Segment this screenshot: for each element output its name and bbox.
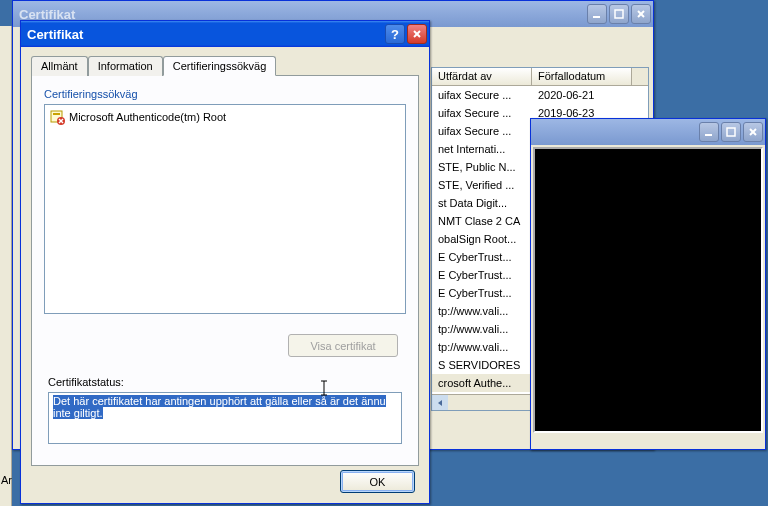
cell-issuer: uifax Secure ... xyxy=(432,89,532,101)
cell-issuer: NMT Clase 2 CA xyxy=(432,215,532,227)
tab-panel: Certifieringssökväg Microsoft Authentico… xyxy=(31,76,419,466)
close-button[interactable] xyxy=(743,122,763,142)
view-certificate-button: Visa certifikat xyxy=(288,334,398,357)
list-header: Utfärdat av Förfallodatum xyxy=(432,68,648,86)
cell-expiry: 2020-06-21 xyxy=(532,89,622,101)
maximize-button[interactable] xyxy=(609,4,629,24)
cert-title: Certifikat xyxy=(27,27,383,42)
svg-rect-0 xyxy=(593,16,600,18)
certificate-status-label: Certifikatstatus: xyxy=(48,376,124,388)
cell-issuer: obalSign Root... xyxy=(432,233,532,245)
col-expiry[interactable]: Förfallodatum xyxy=(532,68,632,85)
tab-information[interactable]: Information xyxy=(88,56,163,76)
close-button[interactable] xyxy=(407,24,427,44)
svg-rect-7 xyxy=(727,128,735,136)
cmd-titlebar[interactable] xyxy=(531,119,765,145)
cell-issuer: uifax Secure ... xyxy=(432,125,532,137)
table-row[interactable]: uifax Secure ...2020-06-21 xyxy=(432,86,648,104)
svg-rect-1 xyxy=(615,10,623,18)
cell-issuer: S SERVIDORES xyxy=(432,359,532,371)
cell-issuer: E CyberTrust... xyxy=(432,251,532,263)
certificate-status-text: Det här certifikatet har antingen upphör… xyxy=(53,395,386,419)
cell-issuer: net Internati... xyxy=(432,143,532,155)
cell-issuer: st Data Digit... xyxy=(432,197,532,209)
svg-rect-13 xyxy=(53,113,60,115)
background-strip: Ar xyxy=(0,26,12,506)
ok-button[interactable]: OK xyxy=(340,470,415,493)
cell-issuer: STE, Verified ... xyxy=(432,179,532,191)
strip-label: Ar xyxy=(1,474,12,486)
help-icon: ? xyxy=(391,27,399,42)
scroll-left-button[interactable] xyxy=(432,395,448,411)
certificate-status-box: Det här certifikatet har antingen upphör… xyxy=(48,392,402,444)
cell-issuer: crosoft Authe... xyxy=(432,377,532,389)
cell-issuer: tp://www.vali... xyxy=(432,305,532,317)
certificate-error-icon xyxy=(49,109,65,125)
cell-issuer: uifax Secure ... xyxy=(432,107,532,119)
minimize-button[interactable] xyxy=(699,122,719,142)
command-output[interactable] xyxy=(533,147,763,433)
cell-issuer: STE, Public N... xyxy=(432,161,532,173)
certificate-dialog: Certifikat ? Allmänt Information Certifi… xyxy=(20,20,430,504)
cell-issuer: tp://www.vali... xyxy=(432,341,532,353)
path-root-label: Microsoft Authenticode(tm) Root xyxy=(69,111,226,123)
close-button[interactable] xyxy=(631,4,651,24)
minimize-button[interactable] xyxy=(587,4,607,24)
help-button[interactable]: ? xyxy=(385,24,405,44)
certification-path-tree[interactable]: Microsoft Authenticode(tm) Root xyxy=(44,104,406,314)
maximize-button[interactable] xyxy=(721,122,741,142)
command-prompt-window xyxy=(530,118,766,450)
cell-issuer: E CyberTrust... xyxy=(432,269,532,281)
cell-issuer: tp://www.vali... xyxy=(432,323,532,335)
tab-certification-path[interactable]: Certifieringssökväg xyxy=(163,56,277,76)
tab-general[interactable]: Allmänt xyxy=(31,56,88,76)
tab-strip: Allmänt Information Certifieringssökväg xyxy=(31,55,419,76)
path-group-header: Certifieringssökväg xyxy=(44,88,406,100)
text-cursor-icon xyxy=(319,379,329,401)
col-issuer[interactable]: Utfärdat av xyxy=(432,68,532,85)
cell-issuer: E CyberTrust... xyxy=(432,287,532,299)
cert-titlebar[interactable]: Certifikat ? xyxy=(21,21,429,47)
svg-marker-5 xyxy=(438,400,442,406)
path-root-item[interactable]: Microsoft Authenticode(tm) Root xyxy=(49,109,401,125)
svg-rect-6 xyxy=(705,134,712,136)
